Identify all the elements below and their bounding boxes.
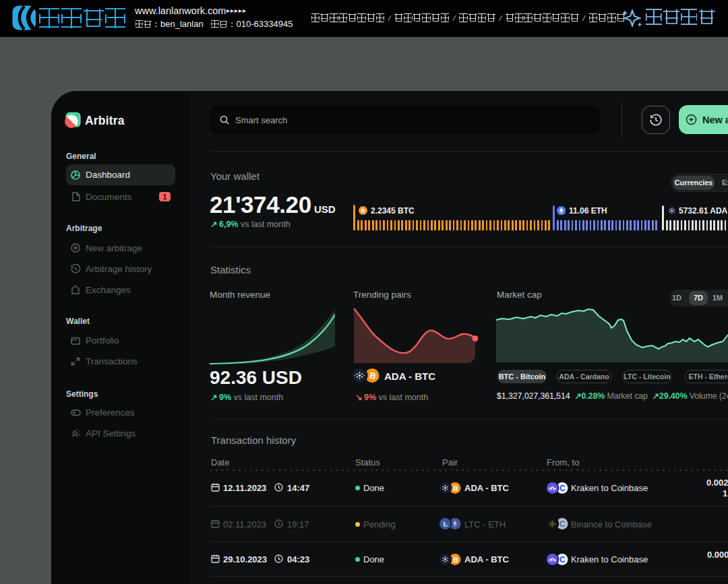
- svg-text:C: C: [559, 483, 566, 492]
- svg-text:C: C: [559, 554, 566, 564]
- svg-text:C: C: [559, 519, 566, 529]
